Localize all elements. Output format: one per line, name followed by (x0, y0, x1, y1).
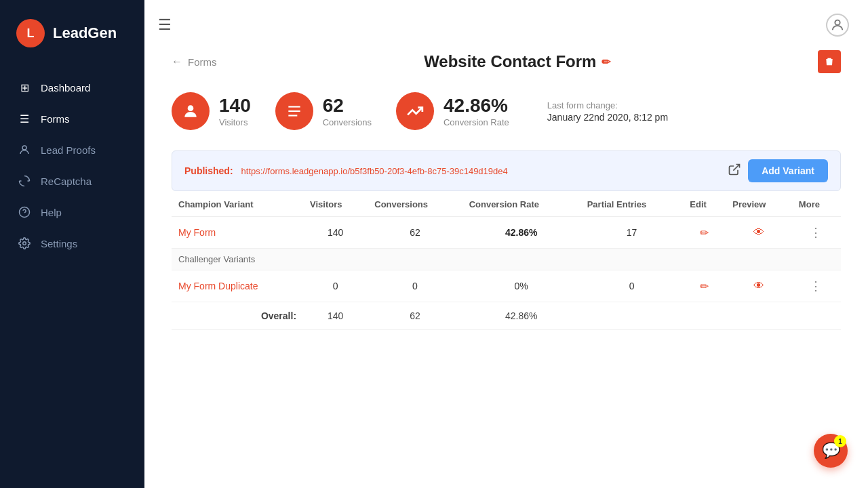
last-change-value: January 22nd 2020, 8:12 pm (547, 112, 668, 123)
chat-badge: 1 (834, 435, 846, 447)
visitors-icon (172, 92, 210, 130)
challenger-edit[interactable]: ✏ (683, 270, 726, 302)
svg-point-3 (23, 242, 26, 245)
breadcrumb-row: ← Forms Website Contact Form ✏ (172, 50, 841, 73)
champion-conversion-rate: 42.86% (462, 217, 580, 249)
champion-conversions: 62 (368, 217, 462, 249)
champion-more-icon[interactable]: ⋮ (810, 226, 823, 239)
challenger-row: My Form Duplicate 0 0 0% 0 ✏ 👁 ⋮ (172, 270, 841, 302)
sidebar-item-forms[interactable]: ☰ Forms (0, 103, 144, 134)
challenger-edit-icon[interactable]: ✏ (700, 281, 709, 292)
conversions-label: Conversions (323, 117, 372, 127)
edit-title-icon[interactable]: ✏ (601, 56, 610, 68)
chat-bubble[interactable]: 💬 1 (814, 434, 848, 468)
challenger-conversions: 0 (368, 270, 462, 302)
logo-icon: L (16, 19, 45, 47)
champion-preview-icon[interactable]: 👁 (753, 226, 764, 238)
add-variant-button[interactable]: Add Variant (748, 159, 828, 182)
sidebar-item-help[interactable]: Help (0, 197, 144, 228)
visitors-value: 140 (219, 95, 251, 117)
sidebar-item-settings[interactable]: Settings (0, 228, 144, 259)
col-header-partial: Partial Entries (580, 191, 684, 217)
conversions-icon (275, 92, 313, 130)
conversion-rate-label: Conversion Rate (443, 117, 509, 127)
champion-row: My Form 140 62 42.86% 17 ✏ 👁 ⋮ (172, 217, 841, 249)
content-area: ← Forms Website Contact Form ✏ 140 Visit… (144, 43, 868, 350)
sidebar-label-forms: Forms (41, 113, 70, 125)
visitors-stat: 140 Visitors (172, 92, 251, 130)
visitors-label: Visitors (219, 117, 251, 127)
champion-edit[interactable]: ✏ (683, 217, 726, 249)
delete-button[interactable] (818, 50, 841, 73)
svg-point-0 (22, 146, 26, 150)
challenger-conversion-rate: 0% (462, 270, 580, 302)
sidebar-label-recaptcha: ReCaptcha (41, 176, 92, 187)
settings-icon (18, 237, 31, 250)
sidebar-label-dashboard: Dashboard (41, 82, 90, 94)
challenger-partial: 0 (580, 270, 684, 302)
challenger-section-label: Challenger Variants (172, 249, 841, 270)
challenger-more[interactable]: ⋮ (792, 270, 841, 302)
challenger-preview[interactable]: 👁 (726, 270, 792, 302)
col-header-more: More (792, 191, 841, 217)
back-arrow-icon[interactable]: ← (172, 56, 182, 68)
overall-conversions: 62 (368, 302, 462, 330)
breadcrumb: ← Forms (172, 56, 217, 68)
page-title: Website Contact Form ✏ (424, 52, 610, 71)
published-url[interactable]: https://forms.leadgenapp.io/b5f3fb50-20f… (241, 166, 508, 176)
help-icon (18, 205, 31, 219)
stats-row: 140 Visitors 62 Conversions 42.86% (172, 92, 841, 130)
published-bar: Published: https://forms.leadgenapp.io/b… (172, 150, 841, 191)
forms-icon: ☰ (18, 112, 31, 125)
last-change-label: Last form change: (547, 100, 668, 110)
main-content: ☰ ← Forms Website Contact Form ✏ (144, 0, 868, 488)
champion-partial: 17 (580, 217, 684, 249)
challenger-preview-icon[interactable]: 👁 (753, 280, 764, 291)
sidebar-label-lead-proofs: Lead Proofs (41, 144, 96, 156)
published-label: Published: (184, 165, 233, 176)
sidebar-nav: ⊞ Dashboard ☰ Forms Lead Proofs ReCaptch… (0, 66, 144, 488)
champion-more[interactable]: ⋮ (792, 217, 841, 249)
variants-table: Champion Variant Visitors Conversions Co… (172, 191, 841, 330)
sidebar-logo[interactable]: L LeadGen (0, 0, 144, 66)
recaptcha-icon (18, 174, 31, 188)
sidebar-item-lead-proofs[interactable]: Lead Proofs (0, 134, 144, 165)
sidebar-label-help: Help (41, 207, 62, 218)
conversions-value: 62 (323, 95, 372, 117)
challenger-section-row: Challenger Variants (172, 249, 841, 270)
challenger-more-icon[interactable]: ⋮ (810, 279, 823, 293)
svg-line-9 (734, 164, 740, 170)
sidebar-label-settings: Settings (41, 238, 77, 249)
col-header-edit: Edit (683, 191, 726, 217)
conversions-stat: 62 Conversions (275, 92, 372, 130)
external-link-icon[interactable] (728, 163, 741, 180)
col-header-conversion-rate: Conversion Rate (462, 191, 580, 217)
col-header-variant: Champion Variant (172, 191, 303, 217)
conversion-rate-stat: 42.86% Conversion Rate (396, 92, 509, 130)
col-header-conversions: Conversions (368, 191, 462, 217)
sidebar: L LeadGen ⊞ Dashboard ☰ Forms Lead Proof… (0, 0, 144, 488)
topbar: ☰ (144, 0, 868, 43)
logo-text: LeadGen (53, 24, 117, 42)
lead-proofs-icon (18, 143, 31, 157)
sidebar-item-recaptcha[interactable]: ReCaptcha (0, 165, 144, 197)
challenger-visitors: 0 (303, 270, 368, 302)
svg-point-5 (188, 105, 194, 111)
conversion-rate-icon (396, 92, 434, 130)
overall-label: Overall: (172, 302, 303, 330)
breadcrumb-forms-link[interactable]: Forms (188, 56, 217, 68)
last-change: Last form change: January 22nd 2020, 8:1… (547, 100, 668, 123)
sidebar-item-dashboard[interactable]: ⊞ Dashboard (0, 72, 144, 103)
dashboard-icon: ⊞ (18, 81, 31, 94)
champion-preview[interactable]: 👁 (726, 217, 792, 249)
champion-visitors: 140 (303, 217, 368, 249)
svg-point-4 (835, 20, 840, 25)
overall-conversion-rate: 42.86% (462, 302, 580, 330)
champion-edit-icon[interactable]: ✏ (700, 227, 709, 239)
conversion-rate-value: 42.86% (443, 95, 509, 117)
overall-row: Overall: 140 62 42.86% (172, 302, 841, 330)
user-avatar[interactable] (826, 14, 849, 37)
challenger-name[interactable]: My Form Duplicate (172, 270, 303, 302)
hamburger-menu[interactable]: ☰ (158, 16, 172, 34)
champion-name[interactable]: My Form (172, 217, 303, 249)
